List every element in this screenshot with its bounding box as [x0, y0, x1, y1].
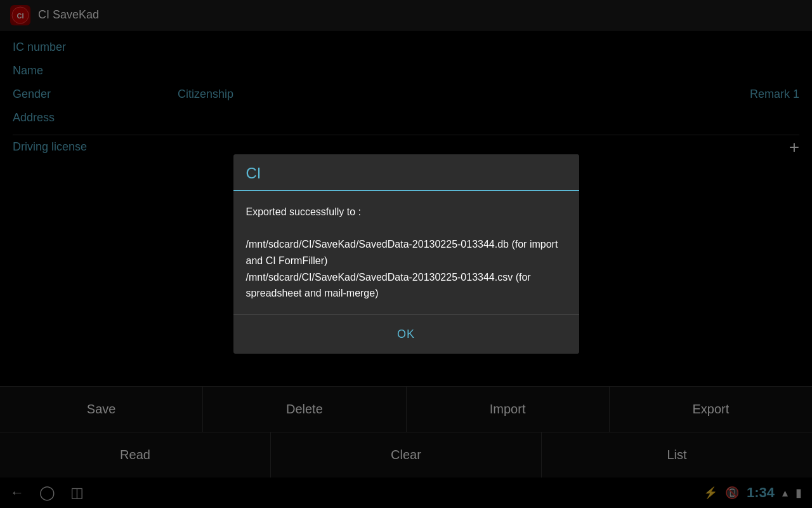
dialog-message-line2: /mnt/sdcard/CI/SaveKad/SavedData-2013022…: [246, 239, 558, 266]
dialog-message: Exported successfully to : /mnt/sdcard/C…: [246, 204, 566, 302]
dialog-overlay: CI Exported successfully to : /mnt/sdcar…: [0, 0, 812, 508]
dialog-content: Exported successfully to : /mnt/sdcard/C…: [233, 191, 579, 314]
dialog-message-line1: Exported successfully to :: [246, 206, 361, 217]
export-dialog: CI Exported successfully to : /mnt/sdcar…: [233, 154, 579, 354]
dialog-message-line3: /mnt/sdcard/CI/SaveKad/SavedData-2013022…: [246, 272, 531, 299]
dialog-ok-button[interactable]: OK: [372, 320, 440, 349]
dialog-footer: OK: [233, 314, 579, 354]
dialog-title: CI: [246, 164, 261, 182]
dialog-title-bar: CI: [233, 154, 579, 191]
